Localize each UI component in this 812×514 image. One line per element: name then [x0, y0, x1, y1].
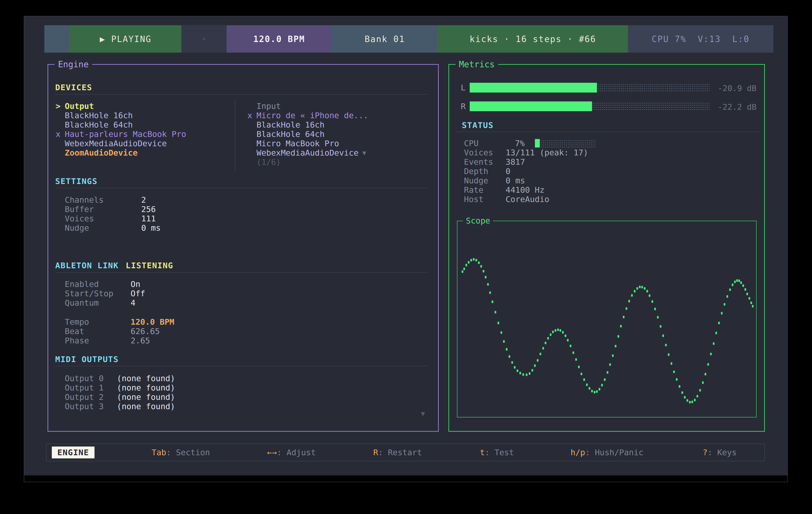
app-window: ▶ PLAYING120.0 BPMBank 01kicks · 16 step…: [24, 16, 788, 482]
scope-sample-dot: [636, 287, 638, 290]
scope-sample-dot: [564, 334, 566, 337]
scope-sample-dot: [570, 345, 572, 347]
scope-sample-dot: [470, 259, 472, 262]
scope-sample-dot: [657, 316, 659, 319]
output-device-item[interactable]: ZoomAudioDevice: [56, 148, 186, 157]
status-value: 13/111 (peak: 17): [505, 148, 588, 157]
output-device-item[interactable]: BlackHole 16ch: [56, 111, 186, 120]
input-device-item[interactable]: Micro MacBook Pro: [248, 139, 368, 148]
topbar-segment-lead: [45, 25, 70, 53]
scope-title: Scope: [463, 216, 493, 225]
output-device-item[interactable]: xHaut-parleurs MacBook Pro: [56, 129, 186, 139]
status-label: Rate: [464, 185, 505, 194]
devices-section-header: DEVICES: [55, 83, 92, 92]
scope-sample-dot: [724, 303, 725, 306]
device-label: Output: [65, 101, 94, 111]
output-device-item[interactable]: >Output: [56, 101, 186, 111]
engine-panel-title: Engine: [55, 59, 92, 69]
settings-rows: Channels2Buffer256Voices111Nudge0 ms: [65, 195, 161, 233]
status-value: 3817: [505, 157, 525, 167]
divider: [235, 99, 235, 171]
topbar-segment-pattern: kicks · 16 steps · #66: [438, 25, 628, 53]
scope-sample-dot: [651, 300, 653, 303]
scope-sample-dot: [620, 325, 622, 328]
scroll-more-icon[interactable]: ▼: [421, 410, 425, 418]
divider: [55, 366, 428, 366]
scope-sample-dot: [531, 369, 533, 372]
input-device-item: Input: [248, 101, 368, 111]
device-label: (1/6): [257, 157, 281, 167]
topbar-segment-label: CPU 7% V:13 L:0: [652, 34, 749, 44]
scope-sample-dot: [749, 297, 750, 300]
cpu-usage-bar: [535, 139, 596, 148]
input-device-item[interactable]: xMicro de « iPhone de...: [248, 111, 368, 120]
scope-sample-dot: [699, 389, 701, 392]
scope-sample-dot: [583, 379, 585, 381]
setting-label: Buffer: [65, 205, 141, 214]
device-label: Haut-parleurs MacBook Pro: [65, 129, 186, 139]
link-clock-row: Beat626.65: [65, 327, 174, 336]
scope-sample-dot: [649, 294, 650, 297]
status-value: 7%: [505, 139, 525, 148]
input-device-item[interactable]: WebexMediaAudioDevice▼: [248, 148, 368, 157]
shortcut-section: Tab: Section: [152, 448, 210, 457]
shortcut-description: : Section: [166, 448, 210, 457]
scope-sample-dot: [628, 300, 630, 302]
scope-sample-dot: [542, 347, 544, 350]
scope-sample-dot: [671, 362, 672, 365]
shortcut-hush-panic: h/p: Hush/Panic: [571, 448, 643, 457]
status-label: Host: [464, 194, 505, 204]
scope-sample-dot: [734, 280, 736, 283]
scope-sample-dot: [591, 390, 593, 392]
midi-output-label: Output 3: [65, 402, 117, 411]
terminal-bottom-strip: [24, 475, 787, 482]
shortcut-test: t: Test: [480, 448, 514, 457]
footer-keybar: ENGINE Tab: Section←→: AdjustR: Restartt…: [46, 444, 765, 461]
topbar-segment-transport: ▶ PLAYING: [70, 25, 181, 53]
scope-sample-dot: [626, 307, 627, 310]
scope-sample-dot: [676, 378, 677, 381]
status-section-header: STATUS: [462, 121, 493, 130]
meter-fill: [470, 83, 597, 93]
scope-sample-dot: [497, 322, 499, 324]
dropdown-arrow-icon[interactable]: ▼: [362, 149, 366, 157]
input-device-item[interactable]: BlackHole 64ch: [248, 129, 368, 139]
scope-sample-dot: [660, 325, 662, 328]
scope-sample-dot: [738, 279, 740, 282]
output-device-item[interactable]: WebexMediaAudioDevice: [56, 139, 186, 148]
status-row: CPU7%: [464, 139, 596, 148]
shortcut-adjust: ←→: Adjust: [267, 448, 316, 457]
shortcut-keys: ?: Keys: [703, 448, 736, 457]
scope-sample-dot: [644, 287, 645, 290]
midi-output-row: Output 2(none found): [65, 392, 175, 402]
scope-sample-dot: [668, 353, 669, 356]
meter-channel-label: R: [461, 102, 470, 111]
link-setting-label: Start/Stop: [65, 289, 130, 298]
scope-sample-dot: [702, 381, 704, 384]
scope-sample-dot: [707, 363, 709, 366]
scope-sample-dot: [509, 355, 510, 358]
scope-sample-dot: [684, 396, 686, 398]
status-label: Voices: [464, 148, 505, 157]
meter-row-l: L: [461, 83, 709, 93]
scope-sample-dot: [639, 286, 641, 288]
status-row: Voices13/111 (peak: 17): [464, 148, 596, 157]
link-clock-row: Phase2.65: [65, 336, 174, 345]
topbar-segment-step-gap: [181, 25, 227, 53]
input-device-item[interactable]: BlackHole 16ch: [248, 120, 368, 129]
scope-sample-dot: [534, 364, 536, 367]
scope-sample-dot: [601, 384, 603, 387]
scope-sample-dot: [607, 371, 608, 374]
scope-sample-dot: [487, 283, 489, 286]
scope-sample-dot: [646, 290, 648, 293]
scope-sample-dot: [634, 290, 636, 293]
meter-track: [470, 101, 709, 111]
scope-sample-dot: [492, 301, 493, 303]
scope-sample-dot: [599, 388, 600, 391]
output-device-item[interactable]: BlackHole 64ch: [56, 120, 186, 129]
scope-sample-dot: [489, 292, 491, 294]
status-value: 0: [505, 167, 511, 176]
ableton-link-rows: EnabledOnStart/StopOffQuantum4: [65, 279, 145, 307]
shortcut-key: Tab: [152, 448, 166, 457]
status-row: Events3817: [464, 157, 596, 167]
